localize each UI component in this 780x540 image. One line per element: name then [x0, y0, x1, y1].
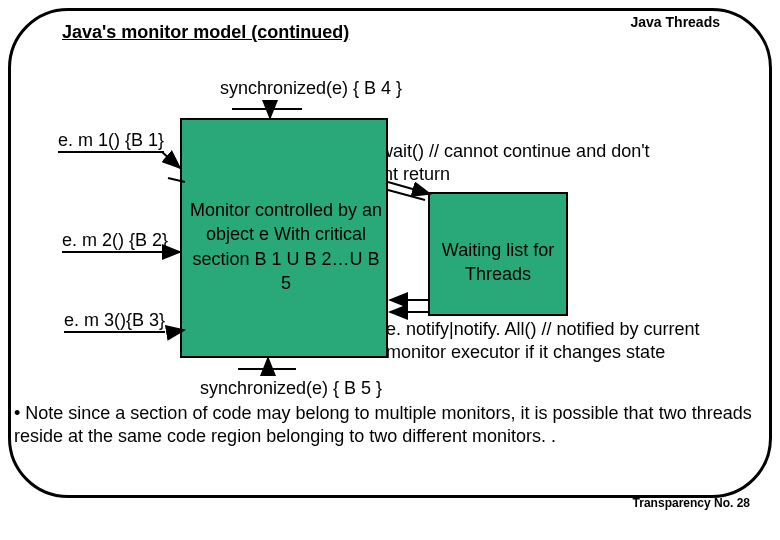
slide-title: Java's monitor model (continued) [62, 22, 349, 43]
transparency-number: Transparency No. 28 [633, 496, 750, 510]
footnote: • Note since a section of code may belon… [14, 402, 760, 447]
sync-block-top: synchronized(e) { B 4 } [220, 78, 402, 99]
monitor-label: Monitor controlled by an object e With c… [188, 198, 384, 295]
wait-annotation: e. wait() // cannot continue and don't w… [360, 140, 680, 185]
course-header: Java Threads [631, 14, 721, 30]
notify-annotation: e. notify|notify. All() // notified by c… [386, 318, 706, 363]
caller-m1: e. m 1() {B 1} [58, 130, 164, 153]
underline-top [232, 108, 302, 110]
caller-m2: e. m 2() {B 2} [62, 230, 168, 253]
underline-bottom [238, 368, 296, 370]
caller-m3: e. m 3(){B 3} [64, 310, 165, 333]
sync-block-bottom: synchronized(e) { B 5 } [200, 378, 382, 399]
wait-list-label: Waiting list for Threads [440, 238, 556, 287]
